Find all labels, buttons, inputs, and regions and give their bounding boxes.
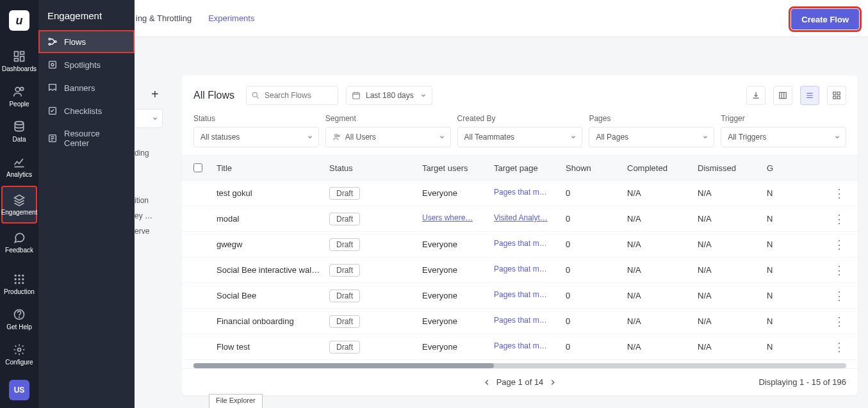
nav-feedback[interactable]: Feedback bbox=[0, 225, 38, 260]
nav-gethelp[interactable]: Get Help bbox=[0, 302, 38, 337]
tab-experiments[interactable]: Experiments bbox=[208, 13, 254, 23]
create-flow-button[interactable]: Create Flow bbox=[791, 9, 859, 29]
row-page-link[interactable]: Pages that m… bbox=[494, 341, 547, 350]
row-menu-button[interactable]: ⋮ bbox=[833, 341, 845, 353]
sub-item-banners[interactable]: Banners bbox=[38, 76, 135, 99]
row-extra: N bbox=[767, 291, 786, 300]
sub-item-spotlights[interactable]: Spotlights bbox=[38, 53, 135, 76]
col-shown[interactable]: Shown bbox=[566, 163, 627, 173]
chevron-down-icon bbox=[439, 134, 445, 140]
status-badge: Draft bbox=[329, 315, 360, 328]
table-row[interactable]: gwegwDraftEveryonePages that m…0N/AN/AN⋮ bbox=[182, 232, 858, 257]
file-explorer-tab[interactable]: File Explorer bbox=[209, 394, 263, 408]
row-menu-button[interactable]: ⋮ bbox=[833, 188, 845, 199]
table-row[interactable]: modalDraftUsers where…Visited Analyt…0N/… bbox=[182, 206, 858, 232]
row-page-link[interactable]: Pages that m… bbox=[494, 316, 547, 325]
date-range-select[interactable]: Last 180 days bbox=[346, 86, 432, 105]
row-page-link[interactable]: Visited Analyt… bbox=[494, 213, 548, 222]
chevron-down-icon bbox=[834, 134, 840, 140]
svg-point-14 bbox=[18, 282, 20, 284]
select-all-checkbox[interactable] bbox=[193, 163, 202, 172]
filter-status[interactable]: All statuses bbox=[193, 127, 319, 147]
filter-value: All Users bbox=[345, 133, 376, 142]
sub-item-resource[interactable]: Resource Center bbox=[38, 122, 135, 154]
nav-dashboards[interactable]: Dashboards bbox=[0, 44, 38, 79]
col-completed[interactable]: Completed bbox=[627, 163, 698, 173]
logo[interactable]: u bbox=[9, 10, 29, 31]
filter-created-by[interactable]: All Teammates bbox=[457, 127, 583, 147]
svg-point-15 bbox=[22, 282, 24, 284]
resource-icon bbox=[47, 133, 58, 143]
table-row[interactable]: test gokulDraftEveryonePages that m…0N/A… bbox=[182, 181, 858, 206]
list-view-button[interactable] bbox=[800, 86, 819, 105]
row-extra: N bbox=[767, 214, 786, 224]
row-title: Social Bee bbox=[217, 291, 329, 300]
avatar[interactable]: US bbox=[9, 380, 29, 400]
table-row[interactable]: Social BeeDraftEveryonePages that m…0N/A… bbox=[182, 283, 858, 309]
row-page-link[interactable]: Pages that m… bbox=[494, 239, 547, 248]
row-page-link[interactable]: Pages that m… bbox=[494, 290, 547, 299]
col-target[interactable]: Target users bbox=[422, 163, 494, 173]
row-target-link[interactable]: Users where… bbox=[422, 213, 473, 222]
svg-point-10 bbox=[15, 278, 17, 280]
stub-text: ding bbox=[135, 149, 149, 158]
row-dismissed: N/A bbox=[698, 291, 767, 300]
row-completed: N/A bbox=[627, 342, 698, 352]
row-menu-button[interactable]: ⋮ bbox=[833, 265, 845, 276]
gear-icon bbox=[13, 343, 26, 356]
filter-segment[interactable]: All Users bbox=[325, 127, 451, 147]
row-menu-button[interactable]: ⋮ bbox=[833, 290, 845, 302]
page-text: Page 1 of 14 bbox=[496, 377, 544, 387]
pagination: Page 1 of 14 Displaying 1 - 15 of 196 bbox=[182, 368, 858, 395]
row-extra: N bbox=[767, 316, 786, 326]
nav-data[interactable]: Data bbox=[0, 114, 38, 149]
status-badge: Draft bbox=[329, 290, 360, 302]
svg-rect-0 bbox=[15, 52, 19, 57]
nav-people[interactable]: People bbox=[0, 79, 38, 114]
row-menu-button[interactable]: ⋮ bbox=[833, 316, 845, 327]
flows-panel: All Flows Last 180 days Status All statu bbox=[182, 76, 858, 395]
sub-item-flows[interactable]: Flows bbox=[38, 30, 135, 53]
tab-throttle[interactable]: ing & Throttling bbox=[136, 13, 192, 23]
col-extra[interactable]: G bbox=[767, 163, 786, 173]
data-icon bbox=[13, 120, 26, 133]
row-page-link[interactable]: Pages that m… bbox=[494, 188, 547, 197]
svg-point-20 bbox=[49, 44, 51, 45]
horizontal-scrollbar[interactable] bbox=[193, 363, 846, 368]
svg-point-11 bbox=[18, 278, 20, 280]
table-row[interactable]: Social Bee interactive walkt…DraftEveryo… bbox=[182, 257, 858, 283]
svg-point-21 bbox=[54, 41, 56, 43]
table-row[interactable]: Flow testDraftEveryonePages that m…0N/AN… bbox=[182, 334, 858, 360]
filter-trigger[interactable]: All Triggers bbox=[721, 127, 846, 147]
download-button[interactable] bbox=[746, 86, 766, 105]
columns-button[interactable] bbox=[773, 86, 792, 105]
col-page[interactable]: Target page bbox=[494, 163, 566, 173]
next-page-button[interactable] bbox=[548, 378, 557, 387]
status-badge: Draft bbox=[329, 238, 360, 251]
row-page-link[interactable]: Pages that m… bbox=[494, 265, 547, 273]
nav-production[interactable]: Production bbox=[0, 266, 38, 302]
svg-point-19 bbox=[49, 38, 51, 40]
svg-rect-27 bbox=[353, 93, 360, 99]
row-menu-button[interactable]: ⋮ bbox=[833, 213, 845, 225]
help-icon bbox=[13, 308, 26, 321]
nav-analytics[interactable]: Analytics bbox=[0, 149, 38, 184]
svg-point-6 bbox=[15, 122, 23, 125]
prev-page-button[interactable] bbox=[482, 378, 491, 387]
col-title[interactable]: Title bbox=[217, 163, 329, 173]
row-title: gwegw bbox=[217, 240, 329, 249]
stub-select[interactable] bbox=[135, 109, 163, 128]
svg-rect-1 bbox=[20, 52, 24, 54]
people-icon bbox=[13, 85, 26, 98]
nav-configure[interactable]: Configure bbox=[0, 337, 38, 372]
col-status[interactable]: Status bbox=[329, 163, 422, 173]
add-button[interactable]: + bbox=[151, 87, 159, 102]
nav-engagement[interactable]: Engagement bbox=[1, 186, 37, 224]
table-row[interactable]: Financial onboardingDraftEveryonePages t… bbox=[182, 309, 858, 334]
row-menu-button[interactable]: ⋮ bbox=[833, 239, 845, 250]
col-dismissed[interactable]: Dismissed bbox=[698, 163, 767, 173]
row-dismissed: N/A bbox=[698, 214, 767, 224]
sub-item-checklists[interactable]: Checklists bbox=[38, 99, 135, 122]
filter-pages[interactable]: All Pages bbox=[589, 127, 714, 147]
grid-view-button[interactable] bbox=[827, 86, 846, 105]
